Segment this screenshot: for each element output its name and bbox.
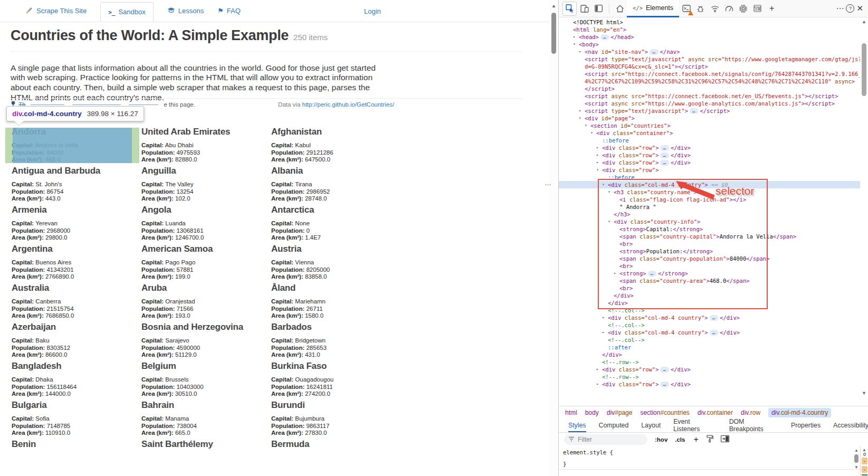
scroll-down-arrow-icon[interactable]: ▼ (854, 465, 859, 470)
expand-closed-icon[interactable]: ▸ (602, 314, 605, 321)
scrollbar-thumb[interactable] (854, 454, 859, 463)
performance-icon[interactable] (722, 2, 736, 15)
collapsed-content-icon[interactable]: … (660, 153, 669, 158)
dom-node-row[interactable]: <strong>Population:</strong> (559, 247, 860, 255)
panel-tab-properties[interactable]: Properties (791, 418, 821, 432)
application-icon[interactable] (751, 2, 764, 15)
dom-node-row[interactable]: <!--.row--> (559, 358, 860, 366)
dom-scrollbar[interactable]: ▲ ▼ (861, 19, 867, 398)
data-source-link[interactable]: http://peric.github.io/GetCountries/ (302, 101, 394, 108)
dom-node-row[interactable]: <!--.col--> (559, 336, 860, 344)
dom-node-row[interactable]: <!--.row--> (559, 373, 860, 380)
dom-node-row[interactable]: 4%2C77%2C67%2C109%2C59%2C58%2C31%2C96%2C… (559, 78, 860, 85)
element-style-rule[interactable]: element.style { (563, 449, 613, 455)
scroll-up-arrow-icon[interactable]: ▲ (854, 448, 859, 453)
expand-closed-icon[interactable]: ▸ (596, 380, 599, 388)
collapsed-content-icon[interactable]: … (650, 49, 658, 55)
dom-node-row[interactable]: ▾<div class="country-info"> (559, 218, 860, 225)
dom-node-row[interactable]: ▸<nav id="site-nav">…</nav> (559, 48, 860, 55)
expand-open-icon[interactable]: ▾ (579, 115, 581, 122)
dom-node-row[interactable]: ▸<strong>…</strong> (559, 270, 860, 277)
close-icon[interactable]: ✕ (856, 4, 863, 13)
expand-open-icon[interactable]: ▾ (596, 166, 599, 174)
expand-closed-icon[interactable]: ▸ (596, 366, 599, 373)
nav-item-scrape-this-site[interactable]: Scrape This Site (25, 6, 87, 16)
dom-node-row[interactable]: ▸<div class="row">…</div> (559, 151, 860, 159)
dom-node-row[interactable]: <br> (559, 262, 860, 270)
dom-node-row[interactable]: <span class="country-capital">Andorra la… (559, 233, 860, 240)
dom-node-row[interactable]: </div> (559, 299, 860, 307)
scrollbar-thumb[interactable] (551, 13, 556, 54)
scrollbar-thumb[interactable] (862, 43, 866, 96)
expand-closed-icon[interactable]: ▸ (596, 151, 599, 159)
dom-node-row[interactable]: ▾<div id="page"> (559, 115, 860, 122)
dom-node-row[interactable]: ▸<div class="col-md-4 country">…</div> (559, 329, 860, 336)
expand-closed-icon[interactable]: ▸ (596, 159, 599, 166)
nav-item-faq[interactable]: ⚑FAQ (217, 7, 241, 15)
page-scrollbar[interactable]: ▲ (550, 0, 558, 476)
dom-node-row[interactable]: ▾<section id="countries"> (559, 122, 860, 129)
breadcrumb-item[interactable]: html (565, 409, 577, 416)
dom-node-row[interactable]: ▸<div class="row">…</div> (559, 380, 860, 388)
collapsed-content-icon[interactable]: … (660, 145, 669, 151)
dom-node-row[interactable]: <!--.col--> (559, 307, 860, 314)
collapsed-content-icon[interactable]: … (660, 367, 669, 373)
dom-node-row[interactable]: <span class="country-area">468.0</span> (559, 277, 860, 284)
dom-node-row[interactable]: ▸<div class="col-md-4 country">…</div> (559, 314, 860, 321)
pseudo-state-toggle[interactable]: :hov (655, 436, 667, 443)
collapsed-content-icon[interactable]: … (600, 34, 609, 40)
dom-node-row[interactable]: ▸<head>…</head> (559, 33, 860, 41)
dom-node-row[interactable]: " Andorra " (559, 203, 860, 211)
dom-node-row[interactable]: <script async src="https://www.google-an… (559, 100, 860, 107)
dom-node-row[interactable]: <script src="https://connect.facebook.ne… (559, 70, 860, 78)
tab-elements[interactable]: </>Elements (627, 0, 679, 17)
panel-tab-accessibility[interactable]: Accessibility (833, 418, 868, 432)
dom-node-row[interactable]: ▾<div class="container"> (559, 129, 860, 137)
scroll-up-arrow-icon[interactable]: ▲ (551, 3, 556, 8)
dom-node-row[interactable]: ▸<div class="row">…</div> (559, 159, 860, 166)
dom-node-row[interactable]: ▾<div class="col-md-4 country"> == $0 (559, 181, 860, 188)
collapsed-content-icon[interactable]: … (648, 271, 656, 277)
expand-closed-icon[interactable]: ▸ (573, 33, 576, 41)
device-emulation-icon[interactable] (578, 2, 591, 15)
scroll-down-arrow-icon[interactable]: ▼ (862, 391, 866, 396)
scroll-up-arrow-icon[interactable]: ▲ (862, 19, 866, 24)
login-link[interactable]: Login (364, 7, 381, 15)
dom-node-row[interactable]: ▸<div class="row">…</div> (559, 366, 860, 373)
collapsed-content-icon[interactable]: … (660, 382, 669, 387)
help-icon[interactable]: ? (846, 4, 854, 13)
dom-node-row[interactable]: <script type="text/javascript" async src… (559, 55, 860, 63)
dom-node-row[interactable]: <!DOCTYPE html> (559, 18, 860, 26)
panel-tab-event-listeners[interactable]: Event Listeners (673, 418, 717, 432)
console-icon[interactable] (680, 2, 693, 15)
dom-node-row[interactable]: </div> (559, 292, 860, 299)
breadcrumb-item[interactable]: div.row (741, 409, 760, 416)
dom-node-row[interactable]: <html lang="en"> (559, 26, 860, 33)
breadcrumb-item[interactable]: div.col-md-4.country (768, 408, 831, 417)
breadcrumb-item[interactable]: body (585, 409, 599, 416)
dom-node-row[interactable]: </h3> (559, 211, 860, 218)
collapsed-content-icon[interactable]: … (690, 108, 698, 114)
expand-closed-icon[interactable]: ▸ (579, 48, 581, 55)
expand-closed-icon[interactable]: ▸ (596, 144, 599, 151)
collapsed-content-icon[interactable]: … (710, 330, 718, 336)
nav-item-sandbox[interactable]: >_Sandbox (100, 2, 154, 22)
dom-node-row[interactable]: </script> (559, 85, 860, 92)
dom-node-row[interactable]: d=G-09N5RQCFG4&cx=c&_slc=1"></script> (559, 63, 860, 70)
debug-icon[interactable] (694, 2, 707, 15)
expand-closed-icon[interactable]: ▸ (602, 329, 605, 336)
network-icon[interactable] (708, 2, 721, 15)
collapsed-content-icon[interactable]: … (710, 315, 718, 321)
expand-open-icon[interactable]: ▾ (573, 41, 576, 48)
add-tools-icon[interactable]: + (765, 2, 778, 15)
expand-closed-icon[interactable]: ▸ (614, 270, 616, 277)
element-classes-toggle[interactable]: .cls (675, 436, 685, 443)
panel-tab-styles[interactable]: Styles (568, 418, 586, 432)
panel-tab-layout[interactable]: Layout (641, 418, 661, 432)
new-style-rule-button[interactable]: + (693, 435, 698, 444)
dom-node-row[interactable]: <!--.col--> (559, 321, 860, 329)
dom-node-row[interactable]: ▸<div class="row">…</div> (559, 144, 860, 151)
dom-node-row[interactable]: ::before (559, 174, 860, 181)
inspect-icon[interactable] (562, 2, 577, 16)
dom-node-row[interactable]: ▾<div class="row"> (559, 166, 860, 174)
